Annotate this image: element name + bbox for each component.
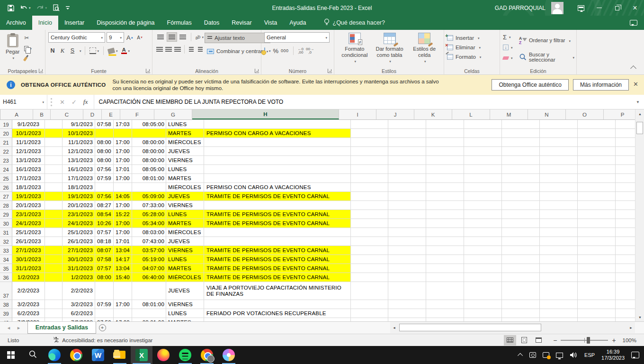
taskbar-word-icon[interactable]	[87, 346, 109, 364]
cell-B20[interactable]	[45, 129, 63, 138]
row-header-20[interactable]: 20	[0, 129, 12, 138]
insert-cells-button[interactable]: Insertar ▾	[447, 33, 498, 43]
cell-G34[interactable]: LUNES	[166, 255, 204, 264]
row-header-33[interactable]: 33	[0, 246, 12, 255]
cell-H27[interactable]: TRAMITE DE PERMISOS DE EVENTO CARNAL	[204, 192, 351, 201]
cell-O39[interactable]	[578, 309, 616, 318]
cell-D26[interactable]	[95, 183, 114, 192]
cell-N34[interactable]	[540, 255, 578, 264]
row-header-37[interactable]: 37	[0, 282, 12, 300]
cell-P28[interactable]	[616, 201, 635, 210]
cell-P20[interactable]	[616, 129, 635, 138]
tab-archivo[interactable]: Archivo	[0, 16, 32, 30]
cell-D31[interactable]: 07:57	[95, 228, 114, 237]
cell-P22[interactable]	[616, 147, 635, 156]
name-box[interactable]: H461 ▾	[0, 95, 47, 109]
column-header-G[interactable]: G	[154, 109, 192, 119]
cell-E32[interactable]: 17:01	[114, 237, 132, 246]
avatar[interactable]	[551, 2, 564, 14]
horizontal-scrollbar-thumb[interactable]	[399, 324, 541, 331]
cell-B31[interactable]	[45, 228, 63, 237]
cell-D33[interactable]: 08:07	[95, 246, 114, 255]
cell-G39[interactable]: LUNES	[166, 309, 204, 318]
cell-O22[interactable]	[578, 147, 616, 156]
cell-H29[interactable]: TRAMITE DE PERMISOS DE EVENTO CARNAL	[204, 210, 351, 219]
cell-M28[interactable]	[502, 201, 540, 210]
cell-K30[interactable]	[426, 219, 464, 228]
column-header-F[interactable]: F	[120, 109, 154, 119]
align-center-button[interactable]	[164, 45, 172, 54]
cell-M24[interactable]	[502, 165, 540, 174]
cell-K33[interactable]	[426, 246, 464, 255]
cell-I23[interactable]	[351, 156, 388, 165]
cell-L37[interactable]	[464, 282, 502, 300]
cell-G27[interactable]: JUEVES	[166, 192, 204, 201]
cell-K26[interactable]	[426, 183, 464, 192]
row-header-19[interactable]: 19	[0, 120, 12, 129]
cell-L31[interactable]	[464, 228, 502, 237]
sheet-tab-entradas-y-salidas[interactable]: Entradas y Salidas	[27, 322, 96, 334]
tab-revisar[interactable]: Revisar	[225, 16, 258, 30]
cell-C31[interactable]: 25/1/2023	[63, 228, 95, 237]
cell-D29[interactable]: 08:54	[95, 210, 114, 219]
save-icon[interactable]	[6, 2, 16, 14]
cell-M32[interactable]	[502, 237, 540, 246]
cell-O27[interactable]	[578, 192, 616, 201]
cell-B37[interactable]	[45, 282, 63, 300]
cell-N35[interactable]	[540, 264, 578, 273]
number-dialog-launcher[interactable]	[328, 69, 332, 73]
cell-C34[interactable]: 30/1/2023	[63, 255, 95, 264]
cell-F27[interactable]: 05:09:00	[132, 192, 166, 201]
cell-C30[interactable]: 24/1/2023	[63, 219, 95, 228]
print-preview-icon[interactable]	[51, 2, 62, 14]
cell-I40[interactable]	[351, 318, 388, 321]
cell-A31[interactable]: 25/1/2023	[12, 228, 45, 237]
cell-N29[interactable]	[540, 210, 578, 219]
accounting-format-button[interactable]	[264, 48, 265, 54]
cell-H24[interactable]	[204, 165, 351, 174]
cell-I20[interactable]	[351, 129, 388, 138]
tab-datos[interactable]: Datos	[198, 16, 226, 30]
cell-N24[interactable]	[540, 165, 578, 174]
vertical-scrollbar[interactable]: ▲ ▼	[635, 109, 644, 321]
increase-indent-button[interactable]	[197, 45, 205, 54]
minimize-button[interactable]	[590, 0, 608, 16]
cell-J24[interactable]	[388, 165, 426, 174]
zoom-in-icon[interactable]: +	[612, 337, 616, 344]
row-header-24[interactable]: 24	[0, 165, 12, 174]
cell-O35[interactable]	[578, 264, 616, 273]
cell-L22[interactable]	[464, 147, 502, 156]
cell-M19[interactable]	[502, 120, 540, 129]
cell-B29[interactable]	[45, 210, 63, 219]
cell-F21[interactable]: 08:00:00	[132, 138, 166, 147]
cell-O32[interactable]	[578, 237, 616, 246]
bold-button[interactable]: N	[48, 46, 57, 55]
cell-F35[interactable]: 04:07:00	[132, 264, 166, 273]
cell-I25[interactable]	[351, 174, 388, 183]
cell-H39[interactable]: FERIADO POR VOTACIONES RECUPERABLE	[204, 309, 351, 318]
row-header-36[interactable]: 36	[0, 273, 12, 282]
cell-O28[interactable]	[578, 201, 616, 210]
tab-ayuda[interactable]: Ayuda	[283, 16, 312, 30]
cell-F33[interactable]: 03:57:00	[132, 246, 166, 255]
cell-I37[interactable]	[351, 282, 388, 300]
alignment-dialog-launcher[interactable]	[255, 69, 259, 73]
conditional-formatting-button[interactable]: Formato condicional ▾	[337, 33, 372, 67]
cell-K38[interactable]	[426, 300, 464, 309]
cell-O21[interactable]	[578, 138, 616, 147]
row-header-28[interactable]: 28	[0, 201, 12, 210]
cell-P25[interactable]	[616, 174, 635, 183]
cell-I19[interactable]	[351, 120, 388, 129]
cell-K36[interactable]	[426, 273, 464, 282]
cell-F24[interactable]: 08:05:00	[132, 165, 166, 174]
cell-B32[interactable]	[45, 237, 63, 246]
cell-H38[interactable]	[204, 300, 351, 309]
cell-N30[interactable]	[540, 219, 578, 228]
cell-M36[interactable]	[502, 273, 540, 282]
cell-A37[interactable]: 2/2/2023	[12, 282, 45, 300]
cell-A38[interactable]: 3/2/2023	[12, 300, 45, 309]
cell-J39[interactable]	[388, 309, 426, 318]
cell-H32[interactable]	[204, 237, 351, 246]
decrease-decimal-button[interactable]: 00→,0	[306, 47, 314, 54]
row-header-29[interactable]: 29	[0, 210, 12, 219]
